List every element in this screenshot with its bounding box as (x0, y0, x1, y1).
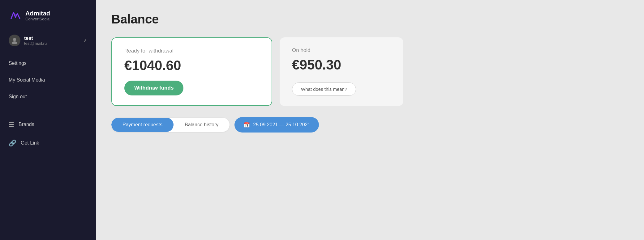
admitad-logo-icon (9, 9, 22, 22)
balance-cards: Ready for withdrawal €1040.60 Withdraw f… (111, 37, 629, 106)
sidebar-divider (0, 110, 96, 110)
brands-icon: ☰ (9, 121, 14, 128)
withdraw-funds-button[interactable]: Withdraw funds (124, 81, 183, 95)
date-range-label: 25.09.2021 — 25.10.2021 (253, 122, 310, 128)
user-info: test test@mail.ru (24, 36, 80, 46)
sidebar: Admitad ConvertSocial test test@mail.ru … (0, 0, 96, 240)
withdrawal-label: Ready for withdrawal (124, 48, 259, 54)
onhold-amount: €950.30 (292, 57, 391, 73)
logo-admitad: Admitad (25, 10, 50, 17)
tab-container: Payment requests Balance history (111, 118, 230, 132)
logo-convertsocial: ConvertSocial (25, 17, 50, 21)
svg-point-3 (12, 41, 17, 44)
withdrawal-amount: €1040.60 (124, 58, 259, 73)
logo-text: Admitad ConvertSocial (25, 10, 50, 21)
tabs-row: Payment requests Balance history 📅 25.09… (111, 117, 629, 133)
svg-point-1 (14, 14, 17, 17)
svg-point-2 (13, 38, 16, 41)
page-title: Balance (111, 12, 629, 26)
onhold-label: On hold (292, 47, 391, 53)
sidebar-item-brands[interactable]: ☰ Brands (0, 115, 96, 134)
main-content: Balance Ready for withdrawal €1040.60 Wi… (96, 0, 644, 240)
sidebar-item-settings[interactable]: Settings (0, 55, 96, 72)
brands-label: Brands (19, 122, 34, 127)
sidebar-item-get-link[interactable]: 🔗 Get Link (0, 134, 96, 152)
date-range-button[interactable]: 📅 25.09.2021 — 25.10.2021 (234, 117, 319, 133)
sidebar-nav: Settings My Social Media Sign out (0, 53, 96, 107)
user-name: test (24, 36, 80, 41)
tab-payment-requests[interactable]: Payment requests (111, 118, 174, 132)
withdrawal-card: Ready for withdrawal €1040.60 Withdraw f… (111, 37, 272, 106)
user-menu[interactable]: test test@mail.ru ∧ (0, 28, 96, 53)
calendar-icon: 📅 (243, 121, 250, 128)
get-link-label: Get Link (21, 140, 39, 146)
logo-area: Admitad ConvertSocial (0, 0, 96, 28)
user-email: test@mail.ru (24, 41, 80, 46)
user-avatar (9, 35, 20, 46)
sidebar-bottom-nav: ☰ Brands 🔗 Get Link (0, 113, 96, 155)
chevron-up-icon: ∧ (84, 38, 87, 44)
sidebar-item-sign-out[interactable]: Sign out (0, 88, 96, 105)
sidebar-item-my-social-media[interactable]: My Social Media (0, 72, 96, 88)
onhold-card: On hold €950.30 What does this mean? (280, 37, 403, 106)
what-does-this-mean-button[interactable]: What does this mean? (292, 82, 356, 96)
get-link-icon: 🔗 (9, 139, 16, 147)
tab-balance-history[interactable]: Balance history (174, 118, 230, 132)
